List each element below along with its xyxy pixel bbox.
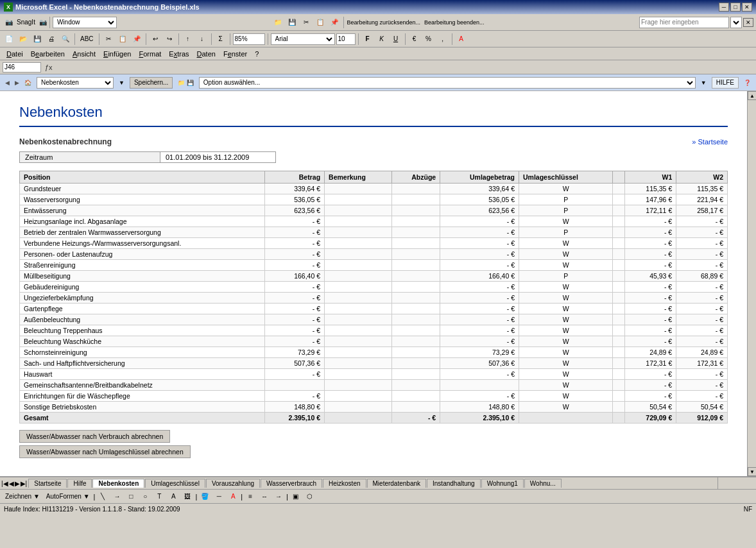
tab-last-btn[interactable]: ▶| [21,480,28,487]
font-select[interactable]: Arial [271,33,335,45]
fontcolor2-btn[interactable]: A [227,490,239,503]
scroll-track[interactable] [748,100,756,467]
underline-btn[interactable]: U [390,33,402,46]
menu-ansicht[interactable]: Ansicht [69,49,99,58]
sort-desc-btn[interactable]: ↓ [196,33,209,46]
nav-fwd[interactable]: ▶ [15,80,19,86]
menu-bearbeiten[interactable]: Bearbeiten [27,49,69,58]
help-search[interactable] [639,17,729,28]
new-btn[interactable]: 📄 [3,33,15,46]
maximize-button[interactable]: □ [730,3,741,12]
menu-help[interactable]: ? [251,49,262,58]
help-combo[interactable] [730,17,742,28]
scroll-up-btn[interactable]: ▲ [748,91,756,100]
3d-btn[interactable]: ⬡ [304,490,316,503]
tab-wohnu---[interactable]: Wohnu... [524,479,562,488]
tab-hilfe[interactable]: Hilfe [67,479,92,488]
menu-fenster[interactable]: Fenster [219,49,251,58]
tab-startseite[interactable]: Startseite [28,479,67,488]
sheet-combo[interactable]: Nebenkosten [37,77,114,89]
copy-btn[interactable]: 📋 [314,16,327,29]
comma-btn[interactable]: , [436,33,449,46]
italic-btn[interactable]: K [375,33,388,46]
bold-btn[interactable]: F [361,33,374,46]
cell-1-4: 536,05 € [440,194,519,205]
wordart-btn[interactable]: A [167,490,180,503]
cut2-btn[interactable]: ✂ [102,33,115,46]
redo-btn[interactable]: ↪ [163,33,176,46]
menu-extras[interactable]: Extras [165,49,193,58]
folder-btn[interactable]: 📁 [271,16,284,29]
dash-btn[interactable]: -- [258,490,271,503]
arrow-btn[interactable]: → [110,490,123,503]
tab-first-btn[interactable]: |◀ [1,480,8,487]
draw-btn[interactable]: Zeichnen ▼ [3,490,42,503]
cell-4-5: P [519,227,613,238]
cell-reference[interactable] [3,62,41,73]
paste-btn[interactable]: 📌 [328,16,341,29]
sheet-content[interactable]: Nebenkosten Nebenkostenabrechnung » Star… [0,91,747,476]
tab-umlageschl-ssel[interactable]: Umlageschlüssel [145,479,205,488]
paste2-btn[interactable]: 📌 [130,33,143,46]
tab-wohnung1[interactable]: Wohnung1 [481,479,524,488]
option-arrow[interactable]: ▼ [701,80,707,86]
hilfe-btn[interactable]: HILFE [712,77,739,89]
close-button[interactable]: ✕ [742,3,752,12]
save-smart-btn[interactable]: Speichern... [130,77,173,89]
option-select[interactable]: Option auswählen... [199,77,696,89]
start-link[interactable]: » Startseite [692,138,728,146]
line-btn[interactable]: ╲ [96,490,109,503]
euro-btn[interactable]: € [408,33,421,46]
btn-verbrauch[interactable]: Wasser/Abwasser nach Verbrauch abrechnen [19,430,170,443]
btn-umlageschluessel[interactable]: Wasser/Abwasser nach Umlageschlüssel abr… [19,445,191,458]
autoforms-btn[interactable]: AutoFormen ▼ [44,490,92,503]
clip-btn[interactable]: 🖼 [181,490,194,503]
sigma-btn[interactable]: Σ [214,33,227,46]
linestyle-btn[interactable]: ≡ [244,490,257,503]
tab-prev-btn[interactable]: ◀ [9,480,14,487]
menu-daten[interactable]: Daten [193,49,219,58]
rect-btn[interactable]: □ [125,490,137,503]
minimize-button[interactable]: ─ [719,3,729,12]
textbox-btn[interactable]: T [153,490,166,503]
zoom-input[interactable] [233,33,265,45]
floppy-btn[interactable]: 💾 [286,16,298,29]
tab-instandhaltung[interactable]: Instandhaltung [427,479,481,488]
tab-mieterdatenbank[interactable]: Mieterdatenbank [367,479,427,488]
nav-home[interactable]: 🏠 [24,80,31,86]
save-btn[interactable]: 💾 [31,33,44,46]
percent-btn[interactable]: % [422,33,435,46]
fontsize-input[interactable] [336,33,356,45]
open-btn[interactable]: 📂 [17,33,30,46]
menu-datei[interactable]: Datei [3,49,27,58]
preview-btn[interactable]: 🔍 [59,33,72,46]
vertical-scrollbar[interactable]: ▲ ▼ [747,91,756,476]
bearbeitung-btn[interactable]: Bearbeitung beenden... [424,19,485,26]
menu-format[interactable]: Format [135,49,165,58]
scroll-down-btn[interactable]: ▼ [748,467,756,476]
copy2-btn[interactable]: 📋 [116,33,129,46]
tab-next-btn[interactable]: ▶ [15,480,20,487]
undo-btn[interactable]: ↩ [149,33,162,46]
close-help-btn[interactable]: ✕ [743,18,753,27]
shadow-btn[interactable]: ▣ [289,490,302,503]
snagit-btn[interactable]: 📷 [3,16,15,29]
tab-nebenkosten[interactable]: Nebenkosten [92,479,144,488]
arrow-style-btn[interactable]: → [272,490,285,503]
tab-vorauszahlung[interactable]: Vorauszahlung [206,479,260,488]
sort-asc-btn[interactable]: ↑ [182,33,194,46]
oval-btn[interactable]: ○ [139,490,151,503]
linecolor-btn[interactable]: ─ [212,490,225,503]
print-btn[interactable]: 🖨 [45,33,58,46]
fontcolor-btn[interactable]: A [455,33,468,46]
spell-btn[interactable]: ABC [78,33,96,46]
menu-einfuegen[interactable]: Einfügen [99,49,135,58]
combo-arrow[interactable]: ▼ [119,80,125,86]
tab-wasserverbrauch[interactable]: Wasserverbrauch [261,479,322,488]
formula-input[interactable] [56,62,753,73]
fill-btn[interactable]: 🪣 [198,490,211,503]
nav-back[interactable]: ◀ [5,80,10,86]
window-select[interactable]: Window [53,17,117,28]
tab-heizkosten[interactable]: Heizkosten [323,479,366,488]
cut-btn[interactable]: ✂ [300,16,313,29]
